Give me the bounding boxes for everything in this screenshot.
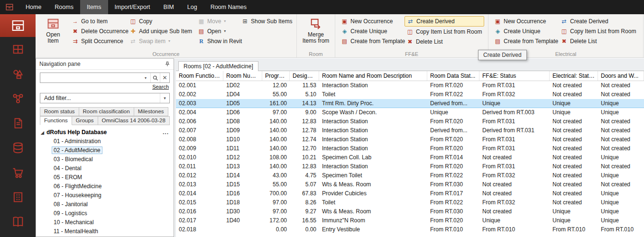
menu-item-import-export[interactable]: Import/Export: [108, 0, 157, 14]
tree-root[interactable]: ◢dRofus Help Database ...: [36, 128, 174, 137]
column-header-room-function[interactable]: Room Function #: [176, 71, 223, 81]
column-header-progra[interactable]: Progra...: [262, 71, 290, 81]
table-row[interactable]: 02.0061D08140.0012.83Interaction Station…: [176, 117, 644, 126]
electrical-create-unique-label: Create Unique: [504, 28, 540, 35]
tree-item-07-housekeeping[interactable]: 07 - Housekeeping: [36, 191, 174, 200]
table-row[interactable]: 02.0161D3097.009.27Wts & Meas. RoomFrom …: [176, 207, 644, 216]
delete-occurrence-icon: ✖: [72, 28, 79, 34]
tree-expanded-icon[interactable]: ◢: [41, 130, 44, 135]
menu-item-items[interactable]: Items: [80, 0, 108, 14]
ffe-create-from-template-button[interactable]: ▤ Create from Template: [339, 36, 405, 46]
tree-item-03-biomedical[interactable]: 03 - Biomedical: [36, 155, 174, 164]
electrical-copy-item-list-button[interactable]: ◫ Copy Item List from Room: [559, 26, 639, 36]
menu-item-log[interactable]: Log: [181, 0, 204, 14]
swap-item-button[interactable]: ⇄ Swap item ▾: [128, 36, 196, 46]
search-input[interactable]: [40, 73, 141, 82]
search-chevron-icon[interactable]: ▾: [141, 73, 150, 82]
merge-items-from-button[interactable]: Merge Items from: [301, 16, 331, 44]
sidebar-item-documents[interactable]: [0, 111, 36, 136]
column-header-electrical-status[interactable]: Electrical: Status: [550, 71, 598, 81]
copy-button[interactable]: ◫ Copy: [128, 16, 196, 26]
menu-item-bim[interactable]: BIM: [157, 0, 181, 14]
sidebar-item-rooms[interactable]: [0, 37, 36, 62]
menu-item-room-names[interactable]: Room Names: [204, 0, 253, 14]
tree-item-09-logistics[interactable]: 09 - Logistics: [36, 209, 174, 218]
ffe-create-derived-button[interactable]: ⇄ Create Derived: [405, 16, 484, 27]
table-row[interactable]: 02.0071D09140.0012.78Interaction Station…: [176, 126, 644, 135]
ffe-create-unique-button[interactable]: ◈ Create Unique: [339, 26, 405, 36]
tab-rooms-adultmedicine[interactable]: Rooms [02 - AdultMedicine]: [178, 61, 258, 71]
tree-item-02-adultmedicine[interactable]: 02 - AdultMedicine: [36, 146, 174, 155]
tab-milestones[interactable]: Milestones: [134, 107, 168, 116]
table-row[interactable]: 02.0091D11140.0012.70Interaction Station…: [176, 144, 644, 153]
tree-item-01-administration[interactable]: 01 - Administration: [36, 137, 174, 146]
tree-item-06-flightmedicine[interactable]: 06 - FlightMedicine: [36, 182, 174, 191]
table-row[interactable]: 02.0021D0455.005.10ToiletFrom RT.022From…: [176, 90, 644, 99]
table-row[interactable]: 02.0141D16700.0067.83Provider CubiclesFr…: [176, 189, 644, 198]
electrical-new-occurrence-button[interactable]: ▣ New Occurrence: [492, 16, 559, 26]
open-button[interactable]: ▤ Open ▾: [196, 26, 239, 36]
electrical-delete-list-button[interactable]: ✖ Delete List: [559, 36, 639, 46]
tree-item-10-mechanical[interactable]: 10 - Mechanical: [36, 218, 174, 227]
go-to-item-button[interactable]: → Go to Item: [70, 16, 128, 26]
column-header-room-number[interactable]: Room Number: [223, 71, 262, 81]
show-in-revit-button[interactable]: R Show in Revit: [196, 36, 239, 46]
open-item-button[interactable]: Open Item: [39, 16, 67, 44]
table-row[interactable]: 02.0031D05161.0014.13Trmt Rm. Dirty Proc…: [176, 99, 644, 108]
table-row[interactable]: 02.0011D0212.0011.53Interaction StationF…: [176, 81, 644, 90]
table-row[interactable]: 02.0180.000.00Entry VestibuleFrom RT.010…: [176, 225, 644, 234]
tab-room-classification[interactable]: Room classification: [79, 107, 134, 116]
table-row[interactable]: 02.0101D12108.0010.21Specimen Coll. LabF…: [176, 153, 644, 162]
search-icon[interactable]: [150, 73, 160, 82]
add-filter-dropdown[interactable]: Add filter... ▾: [40, 93, 170, 103]
clear-search-icon[interactable]: ✕: [160, 73, 169, 82]
tree-item-11-mentalhealth[interactable]: 11 - MentalHealth: [36, 227, 174, 236]
menu-item-rooms[interactable]: Rooms: [48, 0, 80, 14]
table-row[interactable]: 02.0151D1897.008.26ToiletFrom RT.022From…: [176, 198, 644, 207]
tab-omniclass-14-2006-03-28[interactable]: OmniClass 14 2006-03-28: [98, 116, 170, 125]
tree-item-05-erom[interactable]: 05 - EROM: [36, 173, 174, 182]
tab-functions[interactable]: Functions: [40, 116, 72, 125]
search-link[interactable]: Search: [36, 84, 169, 90]
tab-room-status[interactable]: Room status: [40, 107, 79, 116]
sidebar-item-database[interactable]: [0, 136, 36, 160]
table-row[interactable]: 02.0131D1555.005.07Wts & Meas. RoomFrom …: [176, 180, 644, 189]
column-header-designe[interactable]: Designe...: [290, 71, 319, 81]
column-header-doors-and-w[interactable]: Doors and W...: [598, 71, 644, 81]
ffe-new-occurrence-button[interactable]: ▣ New Occurrence: [339, 16, 405, 26]
ffe-delete-list-button[interactable]: ✖ Delete List: [405, 36, 484, 46]
sidebar-item-systems[interactable]: [0, 86, 36, 111]
table-row[interactable]: 02.0041D0697.009.00Scope Wash / Decon.Un…: [176, 108, 644, 117]
sidebar-item-logistics[interactable]: [0, 160, 36, 185]
electrical-create-derived-button[interactable]: ⇄ Create Derived: [559, 16, 639, 26]
column-header-room-data-stat[interactable]: Room Data Stat...: [427, 71, 479, 81]
move-button[interactable]: ▦ Move ▾: [196, 16, 239, 26]
ffe-delete-list-label: Delete List: [416, 38, 443, 45]
ffe-copy-item-list-button[interactable]: ◫ Copy Item List from Room: [405, 27, 484, 36]
add-unique-sub-item-button[interactable]: ✚ Add unique Sub Item: [128, 26, 196, 36]
split-occurrence-button[interactable]: ⇉ Split Occurrence: [70, 36, 128, 46]
sidebar-item-items[interactable]: [0, 14, 36, 37]
tree-root-more-button[interactable]: ...: [163, 128, 169, 137]
table-row[interactable]: 02.0111D13140.0012.83Interaction Station…: [176, 162, 644, 171]
add-filter-chevron-icon: ▾: [160, 93, 169, 103]
electrical-create-from-template-button[interactable]: ▤ Create from Template: [492, 36, 559, 46]
column-header-ff-e-status[interactable]: FF&E: Status: [479, 71, 550, 81]
column-header-room-name-and-room-description[interactable]: Room Name and Room Description: [319, 71, 427, 81]
menu-item-home[interactable]: Home: [19, 0, 48, 14]
pin-icon[interactable]: [165, 61, 170, 67]
table-row[interactable]: 02.0121D1443.004.75Specimen ToiletFrom R…: [176, 171, 644, 180]
tree-item-04-dental[interactable]: 04 - Dental: [36, 164, 174, 173]
function-tree-container: ◢dRofus Help Database ... 01 - Administr…: [36, 128, 174, 237]
tree-item-08-janitorial[interactable]: 08 - Janitorial: [36, 200, 174, 209]
table-row[interactable]: 02.0171D40172.0016.55Immunz"N RoomFrom R…: [176, 216, 644, 225]
show-sub-items-button[interactable]: ⊞ Show Sub Items: [239, 16, 293, 26]
sidebar-item-catalog[interactable]: [0, 210, 36, 234]
electrical-create-unique-button[interactable]: ◈ Create Unique: [492, 26, 559, 36]
tab-groups[interactable]: Groups: [72, 116, 98, 125]
group-label-ffe: FF&E: [335, 51, 488, 57]
sidebar-item-buildings[interactable]: [0, 185, 36, 210]
sidebar-item-products[interactable]: [0, 62, 36, 86]
table-row[interactable]: 02.0081D10140.0012.74Interaction Station…: [176, 135, 644, 144]
delete-occurrence-button[interactable]: ✖ Delete Occurrence: [70, 26, 128, 36]
